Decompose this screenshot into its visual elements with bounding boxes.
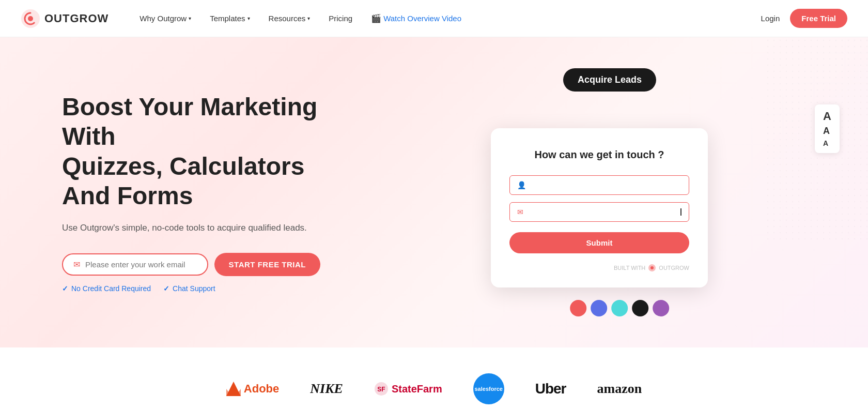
statefarm-logo-icon: SF bbox=[374, 382, 389, 396]
login-button[interactable]: Login bbox=[761, 14, 780, 23]
widget-submit-button[interactable]: Submit bbox=[509, 232, 689, 253]
font-size-small[interactable]: A bbox=[823, 140, 831, 147]
brand-uber: Uber bbox=[535, 381, 566, 397]
built-with-text: BUILT WITH bbox=[614, 265, 645, 271]
brand-salesforce: salesforce bbox=[473, 373, 504, 404]
nav-pricing[interactable]: Pricing bbox=[329, 14, 352, 23]
swatch-cyan[interactable] bbox=[611, 300, 628, 316]
font-size-medium[interactable]: A bbox=[823, 126, 831, 135]
font-size-panel: A A A bbox=[815, 104, 840, 153]
email-input[interactable] bbox=[85, 260, 197, 269]
chevron-down-icon: ▾ bbox=[307, 16, 310, 21]
widget-email-field[interactable]: ✉ bbox=[509, 202, 689, 222]
swatch-purple[interactable] bbox=[653, 300, 669, 316]
cursor-indicator bbox=[680, 208, 681, 216]
brand-nike: NIKE bbox=[310, 381, 343, 397]
svg-point-1 bbox=[28, 16, 33, 21]
nav-resources[interactable]: Resources ▾ bbox=[269, 14, 311, 23]
widget-name-input[interactable] bbox=[531, 181, 681, 189]
email-input-wrapper[interactable]: ✉ bbox=[62, 253, 208, 276]
brand-statefarm: SF StateFarm bbox=[374, 382, 442, 396]
nav-watch-video[interactable]: 🎬 Watch Overview Video bbox=[371, 13, 461, 23]
logo-text: OUTGROW bbox=[44, 12, 109, 25]
color-swatches bbox=[570, 300, 669, 316]
brand-amazon: amazon bbox=[597, 381, 642, 397]
nav-right: Login Free Trial bbox=[761, 9, 847, 28]
hero-title: Boost Your Marketing WithQuizzes, Calcul… bbox=[62, 92, 320, 211]
nav-templates[interactable]: Templates ▾ bbox=[210, 14, 250, 23]
check-icon: ✓ bbox=[62, 284, 68, 293]
svg-point-3 bbox=[650, 266, 654, 269]
brand-adobe: Adobe bbox=[226, 382, 279, 396]
email-field-icon: ✉ bbox=[517, 208, 523, 216]
logo-icon bbox=[21, 9, 40, 28]
hero-badges: ✓ No Credit Card Required ✓ Chat Support bbox=[62, 284, 320, 293]
nav-links: Why Outgrow ▾ Templates ▾ Resources ▾ Pr… bbox=[140, 13, 761, 23]
brands-section: Adobe NIKE SF StateFarm salesforce Uber … bbox=[0, 347, 868, 409]
hero-section: Boost Your Marketing WithQuizzes, Calcul… bbox=[0, 37, 868, 347]
no-credit-card-badge: ✓ No Credit Card Required bbox=[62, 284, 151, 293]
logo[interactable]: OUTGROW bbox=[21, 9, 109, 28]
video-icon: 🎬 bbox=[371, 13, 381, 23]
person-icon: 👤 bbox=[517, 181, 526, 189]
brands-row-1: Adobe NIKE SF StateFarm salesforce Uber … bbox=[31, 373, 837, 404]
check-icon: ✓ bbox=[163, 284, 169, 293]
email-icon: ✉ bbox=[73, 260, 80, 269]
free-trial-button[interactable]: Free Trial bbox=[790, 9, 847, 28]
start-trial-button[interactable]: START FREE TRIAL bbox=[214, 253, 320, 276]
widget-email-input[interactable] bbox=[529, 208, 674, 216]
acquire-leads-badge: Acquire Leads bbox=[563, 68, 656, 92]
hero-right: Acquire Leads A A A How can we get in to… bbox=[351, 37, 868, 347]
swatch-blue[interactable] bbox=[591, 300, 607, 316]
hero-left: Boost Your Marketing WithQuizzes, Calcul… bbox=[0, 37, 351, 347]
widget-footer: BUILT WITH OUTGROW bbox=[509, 264, 689, 272]
chevron-down-icon: ▾ bbox=[247, 16, 250, 21]
svg-text:SF: SF bbox=[377, 386, 385, 393]
hero-form: ✉ START FREE TRIAL bbox=[62, 253, 320, 276]
chevron-down-icon: ▾ bbox=[189, 16, 191, 21]
chat-support-badge: ✓ Chat Support bbox=[163, 284, 215, 293]
font-size-large[interactable]: A bbox=[823, 111, 831, 122]
adobe-logo-icon bbox=[226, 382, 241, 396]
nav-why-outgrow[interactable]: Why Outgrow ▾ bbox=[140, 14, 191, 23]
widget-name-field[interactable]: 👤 bbox=[509, 175, 689, 195]
navbar: OUTGROW Why Outgrow ▾ Templates ▾ Resour… bbox=[0, 0, 868, 37]
swatch-red[interactable] bbox=[570, 300, 586, 316]
outgrow-label: OUTGROW bbox=[659, 265, 689, 271]
widget-card: How can we get in touch ? 👤 ✉ Submit BUI… bbox=[491, 128, 708, 287]
widget-question: How can we get in touch ? bbox=[509, 149, 689, 161]
swatch-black[interactable] bbox=[632, 300, 648, 316]
hero-subtitle: Use Outgrow's simple, no-code tools to a… bbox=[62, 221, 320, 235]
outgrow-logo-small bbox=[648, 264, 656, 272]
